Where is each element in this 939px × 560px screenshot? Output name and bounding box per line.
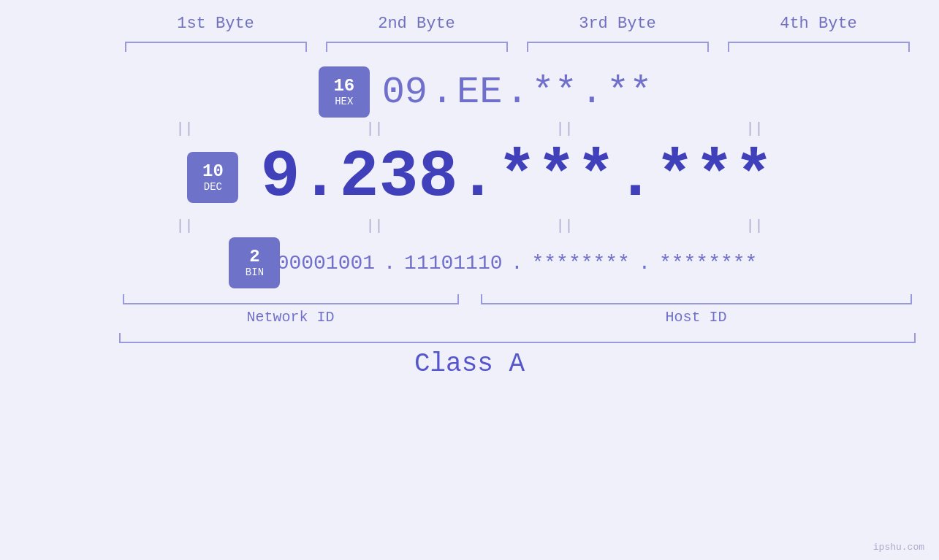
class-label: Class A: [414, 349, 525, 379]
bin-dot-1: .: [375, 252, 404, 275]
eq-8: ||: [745, 218, 763, 234]
hex-dot-3: .: [577, 71, 607, 114]
dec-byte-3: ***: [498, 140, 616, 215]
watermark: ipshu.com: [873, 542, 924, 553]
bin-byte-1: 00001001: [277, 252, 375, 275]
bin-byte-3: ********: [532, 252, 630, 275]
dec-badge: 10 DEC: [187, 152, 238, 203]
dec-byte-1: 9: [260, 140, 300, 215]
hex-dot-1: .: [427, 71, 457, 114]
eq-3: ||: [555, 120, 573, 137]
eq-1: ||: [175, 120, 193, 137]
dec-dot-1: .: [300, 140, 339, 215]
bin-byte-2: 11101110: [404, 252, 502, 275]
eq-6: ||: [365, 218, 383, 234]
main-container: 1st Byte 2nd Byte 3rd Byte 4th Byte 16 H…: [0, 0, 939, 560]
dec-row: 10 DEC 9 . 238 . *** . ***: [165, 140, 773, 215]
bin-dot-3: .: [630, 252, 659, 275]
hex-byte-3: **: [532, 71, 577, 114]
network-id-label: Network ID: [115, 309, 466, 326]
dec-byte-2: 238: [339, 140, 457, 215]
eq-5: ||: [175, 218, 193, 234]
hex-byte-4: **: [607, 71, 652, 114]
byte-header-4: 4th Byte: [718, 15, 919, 39]
eq-4: ||: [745, 120, 763, 137]
bin-byte-4: ********: [659, 252, 757, 275]
dec-dot-2: .: [457, 140, 497, 215]
eq-2: ||: [365, 120, 383, 137]
bin-row: 2 BIN 00001001 . 11101110 . ******** . *…: [207, 237, 731, 288]
hex-dot-2: .: [503, 71, 532, 114]
hex-byte-2: EE: [457, 71, 502, 114]
byte-header-1: 1st Byte: [115, 15, 316, 39]
dec-dot-3: .: [616, 140, 655, 215]
bin-badge: 2 BIN: [229, 237, 280, 288]
bin-dot-2: .: [503, 252, 532, 275]
host-id-label: Host ID: [474, 309, 919, 326]
byte-header-3: 3rd Byte: [517, 15, 718, 39]
eq-7: ||: [555, 218, 573, 234]
hex-badge: 16 HEX: [319, 66, 370, 118]
dec-byte-4: ***: [655, 140, 774, 215]
hex-row: 16 HEX 09 . EE . ** . **: [297, 66, 642, 118]
hex-byte-1: 09: [382, 71, 427, 114]
byte-header-2: 2nd Byte: [316, 15, 517, 39]
